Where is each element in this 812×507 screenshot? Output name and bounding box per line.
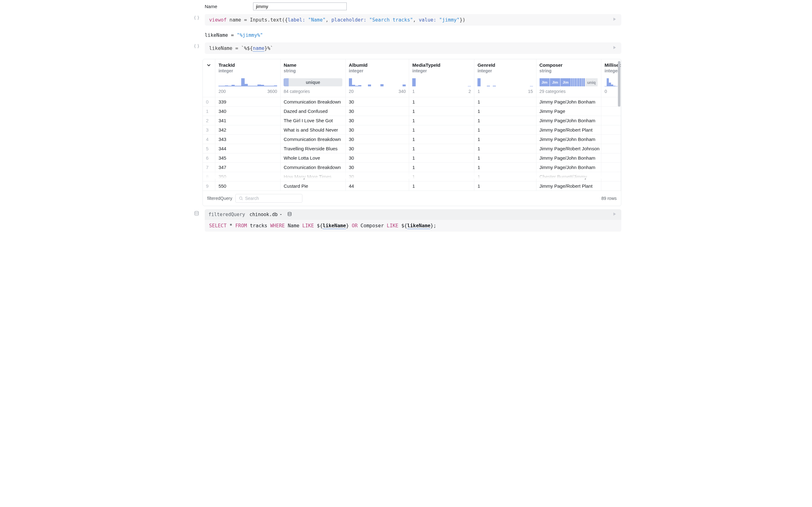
cell-name: Travelling Riverside Blues — [280, 144, 346, 154]
row-index: 0 — [203, 97, 215, 107]
cell-name: Dazed and Confused — [280, 107, 346, 116]
row-index: 1 — [203, 107, 215, 116]
sql-code[interactable]: SELECT * FROM tracks WHERE Name LIKE ${l… — [205, 220, 621, 232]
name-input[interactable] — [253, 2, 347, 10]
cell-mediatypeid: 1 — [409, 116, 474, 125]
table-row[interactable]: 0339Communication Breakdown3011Jimmy Pag… — [203, 97, 621, 107]
table-row[interactable]: 1340Dazed and Confused3011Jimmy Page — [203, 107, 621, 116]
column-header-genreid[interactable]: GenreId integer — [474, 59, 536, 75]
milliseconds-histogram — [605, 78, 618, 87]
run-cell-icon[interactable] — [612, 211, 617, 218]
svg-point-3 — [288, 212, 291, 213]
cell-albumid: 30 — [346, 97, 409, 107]
run-cell-icon[interactable] — [612, 16, 617, 23]
cell-milliseconds — [601, 163, 621, 172]
cell-albumid: 30 — [346, 125, 409, 135]
cell-milliseconds — [601, 144, 621, 154]
cell-composer: Jimmy Page/John Bonham — [536, 154, 601, 163]
braces-icon — [194, 43, 199, 50]
cell-composer: Jimmy Page/John Bonham — [536, 116, 601, 125]
cell-mediatypeid: 1 — [409, 172, 474, 181]
cell-trackid: 344 — [215, 144, 281, 154]
cell-genreid: 1 — [474, 135, 536, 144]
sql-cell-header: filteredQuery chinook.db — [205, 209, 621, 220]
cell-genreid: 1 — [474, 107, 536, 116]
cell-name: Communication Breakdown — [280, 135, 346, 144]
row-index: 8 — [203, 172, 215, 181]
cell-composer: Jimmy Page/Robert Plant — [536, 181, 601, 191]
cell-genreid: 1 — [474, 116, 536, 125]
mediatype-histogram — [412, 78, 471, 87]
cell-likeName: likeName = `%${name}%` — [191, 41, 621, 55]
table-row[interactable]: 3342What is and Should Never3011Jimmy Pa… — [203, 125, 621, 135]
cell-milliseconds — [601, 135, 621, 144]
albumid-histogram — [349, 78, 406, 87]
vertical-scrollbar[interactable] — [618, 61, 620, 107]
table-row[interactable]: 9550Custard Pie4411Jimmy Page/Robert Pla… — [203, 181, 621, 191]
table-row[interactable]: 7347Communication Breakdown3011Jimmy Pag… — [203, 163, 621, 172]
cell-albumid: 30 — [346, 163, 409, 172]
cell-trackid: 339 — [215, 97, 281, 107]
column-header-albumid[interactable]: AlbumId integer — [346, 59, 409, 75]
table-row[interactable]: 4343Communication Breakdown3011Jimmy Pag… — [203, 135, 621, 144]
cell-composer: Jimmy Page/Robert Plant — [536, 125, 601, 135]
cell-name: How Many More Times — [280, 172, 346, 181]
table-row[interactable]: 5344Travelling Riverside Blues3011Jimmy … — [203, 144, 621, 154]
cell-trackid: 550 — [215, 181, 281, 191]
cell-mediatypeid: 1 — [409, 107, 474, 116]
cell-genreid: 1 — [474, 154, 536, 163]
cell-viewof-name: viewof name = Inputs.text({label: "Name"… — [191, 13, 621, 27]
svg-point-0 — [239, 197, 242, 199]
row-index: 6 — [203, 154, 215, 163]
row-index: 7 — [203, 163, 215, 172]
cell-composer: Chester Burnett/Jimmy — [536, 172, 601, 181]
table-search-input[interactable]: Search — [235, 194, 302, 203]
cell-milliseconds — [601, 116, 621, 125]
row-index: 2 — [203, 116, 215, 125]
column-header-composer[interactable]: Composer string — [536, 59, 601, 75]
row-index: 4 — [203, 135, 215, 144]
cell-albumid: 30 — [346, 116, 409, 125]
svg-line-1 — [242, 199, 243, 200]
braces-icon — [194, 15, 199, 21]
cell-milliseconds — [601, 154, 621, 163]
cell-trackid: 347 — [215, 163, 281, 172]
column-header-name[interactable]: Name string — [280, 59, 346, 75]
cell-composer: Jimmy Page — [536, 107, 601, 116]
cell-trackid: 350 — [215, 172, 281, 181]
column-header-mediatypeid[interactable]: MediaTypeId integer — [409, 59, 474, 75]
cell-name: Communication Breakdown — [280, 163, 346, 172]
chevron-down-icon[interactable] — [206, 64, 212, 69]
table-row[interactable]: 2341The Girl I Love She Got3011Jimmy Pag… — [203, 116, 621, 125]
query-name-label: filteredQuery — [207, 196, 232, 201]
code-line-likeName[interactable]: likeName = `%${name}%` — [205, 42, 621, 54]
db-selector[interactable]: chinook.db — [249, 212, 283, 217]
trackid-histogram — [218, 78, 277, 87]
table-row[interactable]: 6345Whole Lotta Love3011Jimmy Page/John … — [203, 154, 621, 163]
cell-mediatypeid: 1 — [409, 125, 474, 135]
cell-albumid: 30 — [346, 144, 409, 154]
row-index: 3 — [203, 125, 215, 135]
cell-genreid: 1 — [474, 172, 536, 181]
table-row[interactable]: 8350How Many More Times3011Chester Burne… — [203, 172, 621, 181]
run-cell-icon[interactable] — [612, 45, 617, 51]
code-line-viewof[interactable]: viewof name = Inputs.text({label: "Name"… — [205, 14, 621, 25]
cell-trackid: 342 — [215, 125, 281, 135]
column-header-trackid[interactable]: TrackId integer — [215, 59, 281, 75]
database-icon — [194, 211, 199, 217]
cell-name: Whole Lotta Love — [280, 154, 346, 163]
cell-genreid: 1 — [474, 125, 536, 135]
cell-mediatypeid: 1 — [409, 135, 474, 144]
cell-name: Communication Breakdown — [280, 97, 346, 107]
cell-name: Custard Pie — [280, 181, 346, 191]
cell-milliseconds — [601, 172, 621, 181]
cell-composer: Jimmy Page/John Bonham — [536, 97, 601, 107]
cell-genreid: 1 — [474, 181, 536, 191]
cell-mediatypeid: 1 — [409, 144, 474, 154]
cell-albumid: 30 — [346, 107, 409, 116]
cell-albumid: 44 — [346, 181, 409, 191]
likeName-output: likeName = "%jimmy%" — [191, 27, 621, 41]
cell-mediatypeid: 1 — [409, 154, 474, 163]
cell-sql: filteredQuery chinook.db SELECT * FROM t… — [191, 208, 621, 233]
row-index: 9 — [203, 181, 215, 191]
